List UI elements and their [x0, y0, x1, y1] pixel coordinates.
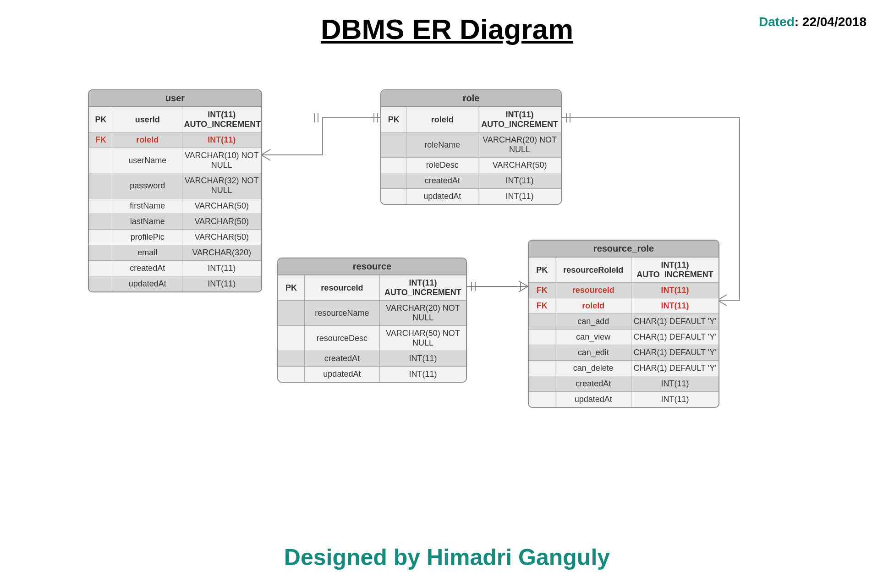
- column-cell: password: [113, 173, 182, 198]
- key-cell: PK: [278, 275, 304, 301]
- type-cell: INT(11) AUTO_INCREMENT: [631, 258, 718, 283]
- key-cell: [381, 173, 406, 189]
- key-cell: [278, 326, 304, 351]
- column-cell: roleId: [555, 298, 631, 314]
- key-cell: [529, 361, 555, 376]
- key-cell: [89, 198, 113, 214]
- key-cell: [529, 330, 555, 345]
- column-cell: can_edit: [555, 345, 631, 361]
- type-cell: INT(11): [478, 189, 561, 204]
- column-cell: resourceId: [555, 283, 631, 298]
- type-cell: INT(11): [631, 298, 718, 314]
- type-cell: CHAR(1) DEFAULT 'Y': [631, 330, 718, 345]
- key-cell: PK: [381, 107, 406, 132]
- column-cell: can_delete: [555, 361, 631, 376]
- column-cell: roleId: [406, 107, 478, 132]
- footer-credit: Designed by Himadri Ganguly: [0, 544, 894, 571]
- type-cell: VARCHAR(20) NOT NULL: [379, 301, 466, 326]
- type-cell: VARCHAR(50): [182, 230, 261, 245]
- type-cell: INT(11): [631, 392, 718, 407]
- type-cell: VARCHAR(20) NOT NULL: [478, 132, 561, 158]
- type-cell: VARCHAR(50): [182, 198, 261, 214]
- entity-rows: PKresourceRoleIdINT(11) AUTO_INCREMENTFK…: [529, 258, 718, 407]
- type-cell: INT(11) AUTO_INCREMENT: [182, 107, 261, 132]
- key-cell: FK: [529, 283, 555, 298]
- column-cell: resourceId: [304, 275, 379, 301]
- key-cell: PK: [89, 107, 113, 132]
- key-cell: [529, 345, 555, 361]
- entity-title: user: [89, 90, 261, 107]
- type-cell: VARCHAR(32) NOT NULL: [182, 173, 261, 198]
- type-cell: CHAR(1) DEFAULT 'Y': [631, 314, 718, 330]
- key-cell: [89, 148, 113, 173]
- entity-title: role: [381, 90, 561, 107]
- type-cell: INT(11): [631, 376, 718, 392]
- type-cell: INT(11) AUTO_INCREMENT: [478, 107, 561, 132]
- entity-title: resource: [278, 258, 466, 275]
- column-cell: createdAt: [406, 173, 478, 189]
- column-cell: updatedAt: [304, 367, 379, 382]
- column-cell: email: [113, 245, 182, 261]
- key-cell: [278, 301, 304, 326]
- column-cell: can_add: [555, 314, 631, 330]
- column-cell: userName: [113, 148, 182, 173]
- one-bar-icon: [566, 113, 570, 122]
- entity-rows: PKuserIdINT(11) AUTO_INCREMENTFKroleIdIN…: [89, 107, 261, 292]
- column-cell: updatedAt: [406, 189, 478, 204]
- key-cell: [529, 392, 555, 407]
- column-cell: updatedAt: [113, 276, 182, 292]
- crowfoot-icon: [261, 149, 270, 160]
- column-cell: resourceName: [304, 301, 379, 326]
- entity-title: resource_role: [529, 241, 718, 257]
- column-cell: createdAt: [304, 351, 379, 367]
- column-cell: createdAt: [113, 261, 182, 276]
- column-cell: roleDesc: [406, 158, 478, 173]
- column-cell: userId: [113, 107, 182, 132]
- column-cell: updatedAt: [555, 392, 631, 407]
- entity-resource_role: resource_role PKresourceRoleIdINT(11) AU…: [528, 240, 719, 408]
- key-cell: [381, 132, 406, 158]
- entity-resource: resource PKresourceIdINT(11) AUTO_INCREM…: [277, 258, 467, 383]
- type-cell: VARCHAR(10) NOT NULL: [182, 148, 261, 173]
- key-cell: [89, 276, 113, 292]
- type-cell: INT(11): [631, 283, 718, 298]
- key-cell: [278, 367, 304, 382]
- one-bar-icon: [472, 282, 475, 291]
- crowfoot-icon: [519, 281, 528, 292]
- column-cell: resourceDesc: [304, 326, 379, 351]
- type-cell: VARCHAR(50) NOT NULL: [379, 326, 466, 351]
- type-cell: CHAR(1) DEFAULT 'Y': [631, 345, 718, 361]
- type-cell: INT(11): [182, 276, 261, 292]
- key-cell: [89, 214, 113, 230]
- er-diagram: user PKuserIdINT(11) AUTO_INCREMENTFKrol…: [0, 0, 894, 588]
- key-cell: [89, 230, 113, 245]
- type-cell: VARCHAR(320): [182, 245, 261, 261]
- one-bar-icon: [374, 113, 378, 122]
- type-cell: INT(11) AUTO_INCREMENT: [379, 275, 466, 301]
- entity-rows: PKresourceIdINT(11) AUTO_INCREMENTresour…: [278, 275, 466, 382]
- column-cell: profilePic: [113, 230, 182, 245]
- key-cell: [89, 245, 113, 261]
- type-cell: INT(11): [182, 132, 261, 148]
- entity-rows: PKroleIdINT(11) AUTO_INCREMENTroleNameVA…: [381, 107, 561, 204]
- entity-role: role PKroleIdINT(11) AUTO_INCREMENTroleN…: [380, 89, 562, 205]
- type-cell: INT(11): [478, 173, 561, 189]
- column-cell: firstName: [113, 198, 182, 214]
- column-cell: roleId: [113, 132, 182, 148]
- column-cell: lastName: [113, 214, 182, 230]
- column-cell: roleName: [406, 132, 478, 158]
- entity-user: user PKuserIdINT(11) AUTO_INCREMENTFKrol…: [88, 89, 262, 292]
- key-cell: PK: [529, 258, 555, 283]
- key-cell: FK: [529, 298, 555, 314]
- key-cell: [89, 261, 113, 276]
- key-cell: [529, 376, 555, 392]
- type-cell: VARCHAR(50): [182, 214, 261, 230]
- key-cell: [381, 158, 406, 173]
- key-cell: [529, 314, 555, 330]
- type-cell: VARCHAR(50): [478, 158, 561, 173]
- column-cell: createdAt: [555, 376, 631, 392]
- key-cell: [381, 189, 406, 204]
- one-bar-icon: [314, 113, 318, 122]
- type-cell: CHAR(1) DEFAULT 'Y': [631, 361, 718, 376]
- column-cell: can_view: [555, 330, 631, 345]
